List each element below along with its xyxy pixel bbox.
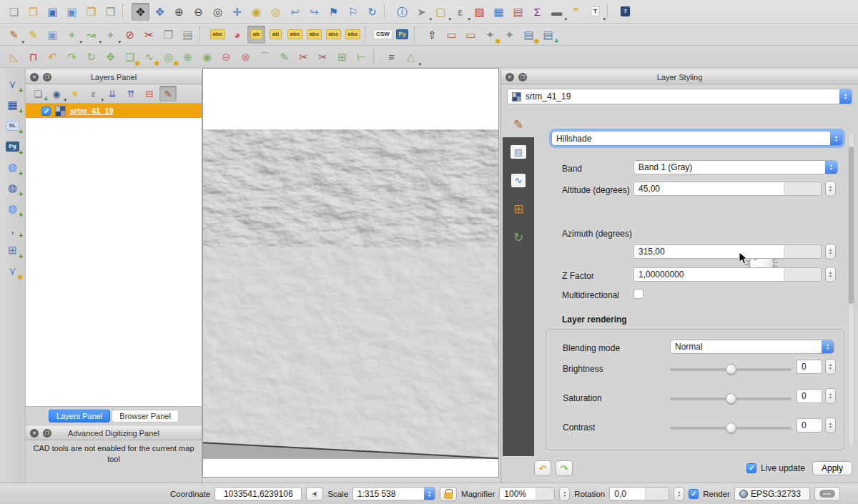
add-feature[interactable]: ⌖▾ [63, 26, 81, 44]
slider-stepper[interactable] [825, 417, 836, 433]
live-update-checkbox[interactable] [746, 463, 756, 473]
slider-track[interactable] [670, 397, 792, 400]
metadata-tools[interactable]: ▤✱ [520, 26, 538, 44]
chevron-updown-icon[interactable] [839, 89, 852, 104]
altitude-stepper[interactable] [825, 181, 836, 197]
add-wcs-layer[interactable]: ◍+ [4, 179, 21, 197]
collapse-all[interactable]: ⇈ [122, 86, 139, 102]
tab-layers-panel[interactable]: Layers Panel [49, 410, 110, 423]
move-feature[interactable]: ✥ [102, 48, 119, 66]
spinbox-slider-segment[interactable] [784, 182, 821, 195]
snapping-options[interactable]: ⊓ [24, 48, 42, 66]
filter-by-expression[interactable]: ε▾ [85, 86, 102, 102]
geometry-checker[interactable]: ✦ [500, 26, 518, 44]
vertex-tool[interactable]: ⌖▾ [102, 26, 119, 44]
new-project[interactable]: ❏ [5, 3, 23, 21]
detach-icon[interactable]: ❐ [43, 429, 51, 438]
zoom-full[interactable]: ✛ [228, 3, 246, 21]
text-annotation[interactable]: T▾ [586, 3, 604, 21]
slider-stepper[interactable] [825, 388, 836, 404]
layer-labeling[interactable]: abc [209, 26, 227, 44]
zfactor-spinbox[interactable]: 1,00000000 [633, 267, 822, 282]
tab-history[interactable]: ↻ [503, 223, 534, 252]
filter-legend[interactable]: ▼ [66, 86, 84, 102]
tab-browser-panel[interactable]: Browser Panel [112, 410, 179, 423]
expand-all[interactable]: ⇊ [104, 86, 121, 102]
detach-icon[interactable]: ❐ [518, 73, 527, 81]
digitize-with-curve[interactable]: ↝▾ [82, 26, 100, 44]
copy-move-feature[interactable]: ❏✱ [121, 48, 139, 66]
cut-features[interactable]: ✂ [140, 26, 158, 44]
run-feature-action[interactable]: ➤▾ [413, 3, 430, 21]
pin-labels[interactable]: ab [247, 26, 265, 44]
python-console[interactable]: Py [393, 26, 411, 44]
paste-features[interactable]: ▤ [179, 26, 197, 44]
move-label[interactable]: abc [305, 26, 323, 44]
close-icon[interactable]: ✕ [30, 73, 39, 81]
help[interactable]: ? [616, 3, 634, 21]
split-features[interactable]: ✂ [295, 48, 312, 66]
measure[interactable]: ▬▾ [548, 3, 566, 21]
trim-extend[interactable]: ⊢ [352, 48, 370, 66]
refresh-map[interactable]: ↻ [363, 3, 381, 21]
show-hide-labels[interactable]: abc [286, 26, 304, 44]
layer-visibility-checkbox[interactable] [41, 107, 51, 116]
crs-button[interactable]: EPSG:32733 [734, 487, 810, 500]
manage-map-themes[interactable]: ◉▾ [48, 86, 65, 102]
undo[interactable]: ↶ [44, 48, 61, 66]
add-ring[interactable]: ◎✱ [159, 48, 177, 66]
coordinate-capture-button[interactable]: ➤ [306, 487, 323, 501]
slider-track[interactable] [670, 427, 792, 430]
chevron-updown-icon[interactable] [825, 161, 837, 174]
magnifier-spinbox[interactable]: 100% [499, 487, 555, 500]
layer-selector-combo[interactable]: srtm_41_19 [507, 89, 852, 104]
statistical-summary[interactable]: ▤ [509, 3, 527, 21]
add-postgis-layer[interactable]: Pg+ [4, 137, 21, 155]
rotate-label[interactable]: abc [325, 26, 342, 44]
spinbox-slider-segment[interactable] [784, 268, 821, 281]
map-tips[interactable]: ❞ [567, 3, 585, 21]
style-redo-button[interactable]: ↷ [556, 460, 573, 476]
delete-ring[interactable]: ⊖ [217, 48, 235, 66]
show-bookmarks[interactable]: ⚐ [344, 3, 362, 21]
render-checkbox[interactable] [689, 489, 699, 499]
azimuth-stepper[interactable] [825, 244, 836, 260]
detach-icon[interactable]: ❐ [43, 73, 51, 81]
slider-value[interactable]: 0 [797, 418, 822, 433]
zoom-in[interactable]: ⊕ [170, 3, 188, 21]
chevron-updown-icon[interactable] [830, 132, 842, 145]
highlight-pinned-labels[interactable]: ab [267, 26, 285, 44]
svg-annotation[interactable]: ⇧ [423, 26, 441, 44]
multidirectional-checkbox[interactable] [633, 289, 644, 299]
new-shapefile-layer[interactable]: ⋎✱ [4, 262, 21, 280]
zoom-last[interactable]: ↩ [286, 3, 304, 21]
add-group[interactable]: ❏+ [29, 86, 46, 102]
spinbox-slider-segment[interactable] [645, 488, 669, 500]
apply-button[interactable]: Apply [812, 461, 852, 475]
identify-features[interactable]: ⓘ [393, 3, 411, 21]
pan-to-selection[interactable]: ✥ [151, 3, 169, 21]
style-undo-button[interactable]: ↶ [534, 460, 551, 476]
offset-curve[interactable]: ⌒ [256, 48, 274, 66]
delete-part[interactable]: ⊗ [237, 48, 255, 66]
close-icon[interactable]: ✕ [30, 429, 39, 438]
band-combo[interactable]: Band 1 (Gray) [633, 160, 838, 174]
azimuth-spinbox[interactable]: 315,00 [633, 244, 822, 259]
cad-tools[interactable]: ◺ [5, 48, 23, 66]
slider-thumb[interactable] [726, 393, 736, 404]
new-map-extent[interactable]: ▭ [443, 26, 460, 44]
slider-value[interactable]: 0 [797, 360, 822, 374]
copy-features[interactable]: ❐ [159, 26, 177, 44]
toggle-editing[interactable]: ✎ [24, 26, 42, 44]
add-wfs-layer[interactable]: ◍+ [4, 199, 21, 217]
scale-lock-button[interactable] [440, 487, 457, 501]
styling-scrollbar[interactable] [848, 133, 854, 447]
zfactor-stepper[interactable] [825, 267, 836, 282]
tab-transparency[interactable]: ▨ [503, 137, 534, 166]
zoom-native[interactable]: ◎ [209, 3, 227, 21]
magnifier-stepper[interactable] [559, 487, 570, 501]
coordinate-input[interactable]: 1033541,6239106 [214, 487, 302, 500]
spinbox-slider-segment[interactable] [784, 245, 821, 258]
zoom-next[interactable]: ↪ [305, 3, 323, 21]
zoom-to-selection[interactable]: ◉ [247, 3, 265, 21]
